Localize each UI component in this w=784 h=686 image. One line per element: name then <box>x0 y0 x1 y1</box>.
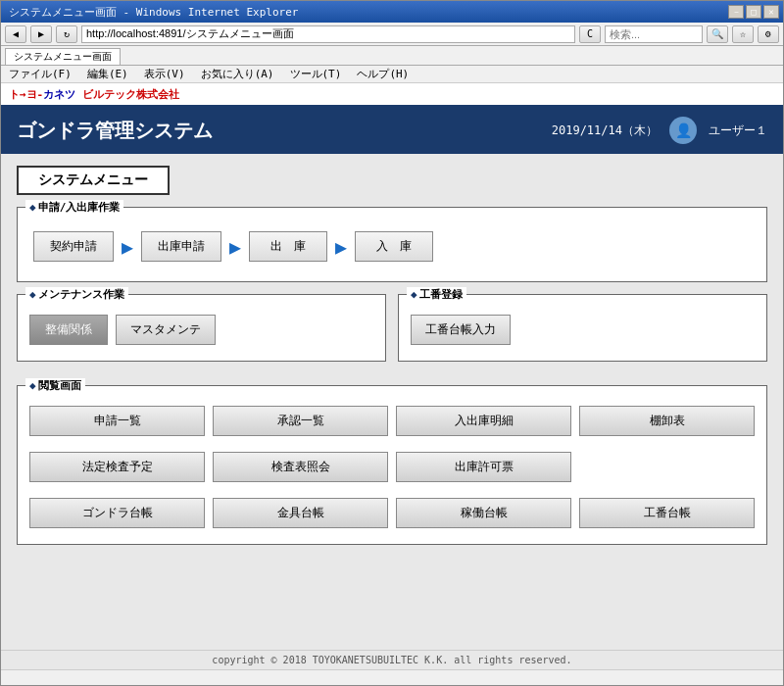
btn-application-list[interactable]: 申請一覧 <box>29 406 205 436</box>
browse-row-1: 申請一覧 承認一覧 入出庫明細 棚卸表 <box>29 402 755 440</box>
menu-view[interactable]: 表示(V) <box>140 66 189 82</box>
active-tab[interactable]: システムメニュー画面 <box>5 48 121 65</box>
two-col-row: メンテナンス作業 整備関係 マスタメンテ 工番登録 工番台帳入力 <box>17 294 767 373</box>
page-title: システムメニュー <box>17 166 170 195</box>
user-name: ユーザー１ <box>709 122 767 139</box>
maintenance-section: メンテナンス作業 整備関係 マスタメンテ <box>17 294 386 362</box>
koban-legend: 工番登録 <box>407 287 466 302</box>
close-button[interactable]: ✕ <box>763 5 779 19</box>
koban-buttons: 工番台帳入力 <box>411 311 755 349</box>
app-title: ゴンドラ管理システム <box>17 118 213 144</box>
btn-operation-ledger[interactable]: 稼働台帳 <box>396 498 571 528</box>
window-controls: － □ ✕ <box>728 5 779 19</box>
browse-row-2: 法定検査予定 検査表照会 出庫許可票 <box>29 448 755 486</box>
footer: copyright © 2018 TOYOKANETSUBUILTEC K.K.… <box>1 650 783 669</box>
go-button[interactable]: C <box>579 25 601 43</box>
workflow-row: 契約申請 ▶ 出庫申請 ▶ 出 庫 ▶ 入 庫 <box>29 223 755 270</box>
btn-koban-input[interactable]: 工番台帳入力 <box>411 315 511 345</box>
window-title: システムメニュー画面 - Windows Internet Explorer <box>5 5 298 20</box>
back-button[interactable]: ◀ <box>5 25 26 43</box>
window-frame: システムメニュー画面 - Windows Internet Explorer －… <box>0 0 784 686</box>
user-avatar: 👤 <box>669 117 697 144</box>
header-right: 2019/11/14（木） 👤 ユーザー１ <box>552 117 767 144</box>
title-bar: システムメニュー画面 - Windows Internet Explorer －… <box>1 1 783 23</box>
btn-contract[interactable]: 契約申請 <box>33 231 114 262</box>
btn-approval-list[interactable]: 承認一覧 <box>213 406 388 436</box>
tab-bar: システムメニュー画面 <box>1 46 783 66</box>
brand-bar: ト→ヨ-カネツ ビルテック株式会社 <box>1 83 783 107</box>
btn-shipment-permit[interactable]: 出庫許可票 <box>396 452 571 482</box>
footer-text: copyright © 2018 TOYOKANETSUBUILTEC K.K.… <box>212 655 571 665</box>
app-logo-area: ゴンドラ管理システム <box>17 118 213 144</box>
minimize-button[interactable]: － <box>728 5 744 19</box>
arrow-2: ▶ <box>229 237 241 257</box>
brand-logo: ト→ヨ-カネツ ビルテック株式会社 <box>9 87 179 102</box>
btn-receiving[interactable]: 入 庫 <box>355 231 433 262</box>
browse-section: 閲覧画面 申請一覧 承認一覧 入出庫明細 棚卸表 法定検査予定 検査表照会 出庫… <box>17 385 767 545</box>
address-bar[interactable] <box>81 25 575 43</box>
maintenance-legend: メンテナンス作業 <box>25 287 128 302</box>
maintenance-buttons: 整備関係 マスタメンテ <box>29 311 373 349</box>
btn-inventory-detail[interactable]: 入出庫明細 <box>396 406 571 436</box>
favorites-button[interactable]: ☆ <box>732 25 754 43</box>
application-section: 申請/入出庫作業 契約申請 ▶ 出庫申請 ▶ 出 庫 ▶ 入 庫 <box>17 207 767 282</box>
btn-shipment[interactable]: 出 庫 <box>249 231 327 262</box>
browse-legend: 閲覧画面 <box>25 378 85 393</box>
koban-section: 工番登録 工番台帳入力 <box>398 294 767 362</box>
tools-button[interactable]: ⚙ <box>758 25 779 43</box>
btn-maintenance[interactable]: 整備関係 <box>29 315 108 345</box>
status-bar <box>1 669 783 685</box>
btn-shipment-request[interactable]: 出庫申請 <box>141 231 221 262</box>
browse-row-3: ゴンドラ台帳 金具台帳 稼働台帳 工番台帳 <box>29 494 755 532</box>
menu-tools[interactable]: ツール(T) <box>286 66 346 82</box>
btn-fixture-ledger[interactable]: 金具台帳 <box>213 498 388 528</box>
search-button[interactable]: 🔍 <box>707 25 728 43</box>
btn-master[interactable]: マスタメンテ <box>116 315 216 345</box>
empty-cell-1 <box>579 452 755 482</box>
browser-toolbar: ◀ ▶ ↻ C 🔍 ☆ ⚙ <box>1 23 783 46</box>
menu-help[interactable]: ヘルプ(H) <box>353 66 413 82</box>
main-content: システムメニュー 申請/入出庫作業 契約申請 ▶ 出庫申請 ▶ 出 庫 ▶ 入 … <box>1 154 783 650</box>
menu-favorites[interactable]: お気に入り(A) <box>197 66 278 82</box>
menu-file[interactable]: ファイル(F) <box>5 66 75 82</box>
arrow-1: ▶ <box>122 237 133 257</box>
application-legend: 申請/入出庫作業 <box>25 200 123 215</box>
arrow-3: ▶ <box>335 237 347 257</box>
menu-bar: ファイル(F) 編集(E) 表示(V) お気に入り(A) ツール(T) ヘルプ(… <box>1 66 783 83</box>
search-input[interactable] <box>605 25 703 43</box>
header-date: 2019/11/14（木） <box>552 122 658 139</box>
btn-inspection-inquiry[interactable]: 検査表照会 <box>213 452 388 482</box>
refresh-button[interactable]: ↻ <box>56 25 77 43</box>
btn-inventory-check[interactable]: 棚卸表 <box>579 406 755 436</box>
btn-koban-ledger[interactable]: 工番台帳 <box>579 498 755 528</box>
app-header: ゴンドラ管理システム 2019/11/14（木） 👤 ユーザー１ <box>1 107 783 154</box>
menu-edit[interactable]: 編集(E) <box>83 66 132 82</box>
forward-button[interactable]: ▶ <box>30 25 52 43</box>
btn-legal-inspection[interactable]: 法定検査予定 <box>29 452 205 482</box>
btn-gondola-ledger[interactable]: ゴンドラ台帳 <box>29 498 205 528</box>
restore-button[interactable]: □ <box>746 5 761 19</box>
